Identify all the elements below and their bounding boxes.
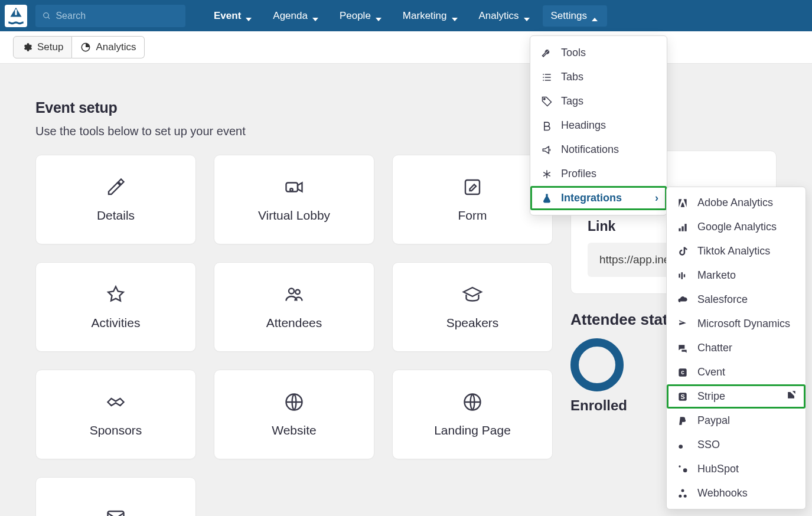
pencil-icon — [105, 177, 126, 198]
globe-icon — [283, 391, 305, 413]
menu-label: Tools — [561, 47, 586, 59]
int-cvent[interactable]: cCvent — [667, 360, 806, 384]
svg-point-21 — [679, 465, 680, 467]
card-form[interactable]: Form — [392, 155, 553, 244]
integrations-dropdown: Adobe Analytics Google Analytics Tiktok … — [666, 187, 806, 510]
search-container — [35, 5, 185, 27]
menu-label: Integrations — [561, 192, 622, 204]
menu-label: SSO — [697, 439, 720, 451]
menu-integrations[interactable]: Integrations› — [530, 186, 667, 210]
int-paypal[interactable]: Paypal — [667, 409, 806, 433]
chart-icon — [80, 42, 91, 53]
chevron-down-icon — [312, 12, 319, 19]
menu-tools[interactable]: Tools — [530, 41, 667, 65]
card-virtual-lobby[interactable]: Virtual Lobby — [214, 155, 374, 244]
card-details[interactable]: Details — [35, 155, 196, 244]
asterisk-icon — [541, 168, 553, 180]
int-hubspot[interactable]: HubSpot — [667, 457, 806, 481]
card-envelope[interactable] — [35, 477, 196, 516]
nav-items: Event Agenda People Marketing Analytics … — [206, 5, 607, 27]
tab-setup[interactable]: Setup — [13, 36, 72, 58]
tab-analytics[interactable]: Analytics — [72, 36, 145, 58]
int-marketo[interactable]: Marketo — [667, 263, 806, 288]
int-google-analytics[interactable]: Google Analytics — [667, 215, 806, 239]
sub-nav: Setup Analytics — [0, 31, 812, 64]
dynamics-icon — [676, 318, 689, 330]
stripe-icon: S — [676, 391, 689, 403]
card-attendees[interactable]: Attendees — [214, 262, 374, 352]
int-chatter[interactable]: Chatter — [667, 336, 806, 360]
card-label: Website — [272, 423, 316, 437]
webhooks-icon — [676, 488, 689, 499]
menu-label: Headings — [561, 119, 606, 132]
menu-profiles[interactable]: Profiles — [530, 162, 667, 186]
int-stripe[interactable]: SStripe — [667, 384, 806, 409]
chevron-down-icon — [376, 12, 383, 19]
nav-label: Agenda — [273, 10, 308, 22]
nav-label: Marketing — [403, 10, 447, 22]
int-webhooks[interactable]: Webhooks — [667, 481, 806, 505]
int-tiktok-analytics[interactable]: Tiktok Analytics — [667, 239, 806, 263]
nav-settings[interactable]: Settings — [543, 5, 607, 27]
nav-marketing[interactable]: Marketing — [394, 5, 467, 27]
menu-label: Profiles — [561, 168, 596, 180]
svg-point-20 — [683, 468, 687, 472]
svg-rect-12 — [679, 273, 680, 277]
search-icon — [43, 11, 51, 21]
card-label: Attendees — [266, 316, 322, 330]
card-activities[interactable]: Activities — [35, 262, 196, 352]
card-website[interactable]: Website — [214, 370, 374, 459]
setup-cards: Details Virtual Lobby Form Activities At… — [35, 155, 553, 516]
star-icon — [105, 284, 126, 305]
marketo-icon — [676, 270, 689, 282]
svg-text:S: S — [680, 393, 684, 400]
menu-label: Chatter — [697, 342, 732, 354]
wrench-icon — [541, 47, 553, 59]
card-sponsors[interactable]: Sponsors — [35, 370, 196, 459]
menu-label: Google Analytics — [697, 221, 777, 233]
nav-label: People — [340, 10, 371, 22]
svg-text:c: c — [681, 369, 684, 375]
int-microsoft-dynamics[interactable]: Microsoft Dynamics — [667, 312, 806, 336]
menu-headings[interactable]: Headings — [530, 113, 667, 138]
svg-point-8 — [544, 98, 546, 100]
page-title: Event setup — [35, 99, 553, 116]
svg-point-1 — [290, 188, 293, 191]
int-salesforce[interactable]: Salesforce — [667, 288, 806, 312]
menu-notifications[interactable]: Notifications — [530, 138, 667, 162]
menu-tabs[interactable]: Tabs — [530, 65, 667, 89]
cloud-icon — [676, 294, 689, 306]
chevron-down-icon — [246, 12, 253, 19]
menu-tags[interactable]: Tags — [530, 89, 667, 113]
nav-label: Settings — [551, 10, 587, 22]
page-subtitle: Use the tools below to set up your event — [35, 125, 553, 138]
search-input[interactable] — [56, 11, 178, 21]
adobe-icon — [676, 197, 689, 209]
bold-icon — [541, 120, 553, 132]
chat-icon — [676, 342, 689, 354]
cap-icon — [462, 284, 483, 305]
nav-agenda[interactable]: Agenda — [265, 5, 328, 27]
int-adobe-analytics[interactable]: Adobe Analytics — [667, 191, 806, 215]
nav-event[interactable]: Event — [206, 5, 261, 27]
svg-rect-9 — [679, 228, 680, 231]
menu-label: Adobe Analytics — [697, 197, 773, 209]
card-label: Form — [458, 208, 487, 223]
card-speakers[interactable]: Speakers — [392, 262, 553, 352]
svg-point-22 — [679, 494, 681, 497]
people-icon — [283, 284, 305, 305]
int-sso[interactable]: SSO — [667, 433, 806, 457]
tiktok-icon — [676, 246, 689, 257]
menu-label: Cvent — [697, 366, 725, 378]
edit-icon — [462, 177, 483, 198]
top-nav: Event Agenda People Marketing Analytics … — [0, 0, 812, 31]
globe-icon — [462, 391, 483, 413]
card-landing-page[interactable]: Landing Page — [392, 370, 553, 459]
boat-icon — [5, 5, 27, 27]
menu-label: HubSpot — [697, 463, 739, 475]
app-logo[interactable] — [5, 5, 27, 27]
menu-label: Marketo — [697, 269, 736, 282]
nav-people[interactable]: People — [331, 5, 391, 27]
nav-analytics[interactable]: Analytics — [471, 5, 539, 27]
card-label: Speakers — [446, 316, 499, 330]
